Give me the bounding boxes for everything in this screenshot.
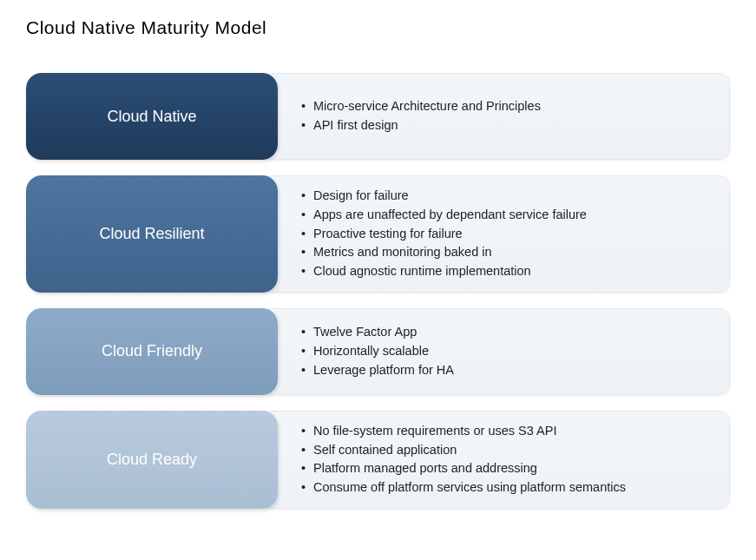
level-description: Micro-service Architecture and Principle…	[262, 73, 730, 160]
bullet-item: No file-system requirements or uses S3 A…	[301, 422, 626, 441]
maturity-row: Cloud ReadyNo file-system requirements o…	[26, 411, 730, 509]
level-description: Twelve Factor AppHorizontally scalableLe…	[262, 308, 730, 395]
level-label: Cloud Resilient	[26, 175, 278, 293]
bullet-list: Twelve Factor AppHorizontally scalableLe…	[301, 323, 454, 379]
bullet-item: Proactive testing for failure	[301, 225, 587, 244]
bullet-item: Horizontally scalable	[301, 342, 454, 361]
bullet-item: Cloud agnostic runtime implementation	[301, 262, 587, 281]
level-description: Design for failureApps are unaffected by…	[262, 175, 730, 293]
maturity-row: Cloud ResilientDesign for failureApps ar…	[26, 175, 730, 293]
bullet-item: Micro-service Architecture and Principle…	[301, 97, 541, 116]
maturity-rows: Cloud NativeMicro-service Architecture a…	[26, 73, 730, 509]
level-label: Cloud Friendly	[26, 308, 278, 395]
maturity-row: Cloud FriendlyTwelve Factor AppHorizonta…	[26, 308, 730, 395]
bullet-list: Micro-service Architecture and Principle…	[301, 97, 541, 135]
bullet-list: No file-system requirements or uses S3 A…	[301, 422, 626, 497]
level-description: No file-system requirements or uses S3 A…	[262, 411, 730, 509]
bullet-item: Design for failure	[301, 187, 587, 206]
bullet-item: Consume off platform services using plat…	[301, 478, 626, 497]
level-label: Cloud Ready	[26, 411, 278, 509]
bullet-list: Design for failureApps are unaffected by…	[301, 187, 587, 281]
bullet-item: API first design	[301, 116, 541, 135]
bullet-item: Apps are unaffected by dependant service…	[301, 206, 587, 225]
bullet-item: Platform managed ports and addressing	[301, 459, 626, 478]
bullet-item: Leverage platform for HA	[301, 361, 454, 380]
level-label: Cloud Native	[26, 73, 278, 160]
bullet-item: Metrics and monitoring baked in	[301, 243, 587, 262]
maturity-row: Cloud NativeMicro-service Architecture a…	[26, 73, 730, 160]
bullet-item: Self contained application	[301, 441, 626, 460]
bullet-item: Twelve Factor App	[301, 323, 454, 342]
page-title: Cloud Native Maturity Model	[26, 17, 730, 38]
